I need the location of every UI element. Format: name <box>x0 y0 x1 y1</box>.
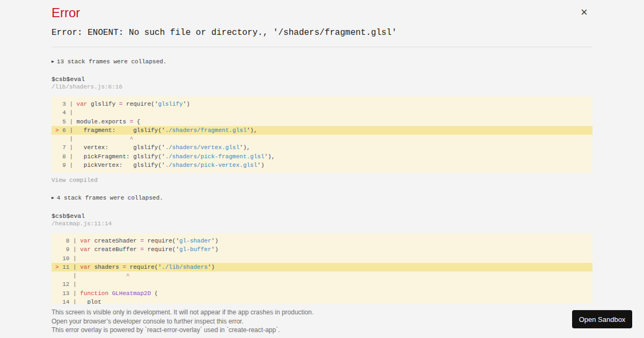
code-frame: 3 | var glslify = require('glslify') 4 |… <box>52 97 592 173</box>
frame-function-name: $csb$eval <box>52 212 85 219</box>
divider <box>52 47 592 47</box>
code-frame: 8 | var createShader = require('gl-shade… <box>52 233 592 310</box>
collapsed-label: 13 stack frames were collapsed. <box>57 58 167 65</box>
page-title: Error <box>52 5 80 20</box>
close-icon[interactable]: × <box>577 5 591 19</box>
footer-line: This error overlay is powered by `react-… <box>52 326 313 335</box>
error-message: Error: ENOENT: No such file or directory… <box>52 28 397 38</box>
footer-line: Open your browser’s developer console to… <box>52 317 313 326</box>
view-compiled-link[interactable]: View compiled <box>52 177 98 183</box>
footer-line: This screen is visible only in developme… <box>52 308 313 317</box>
frame-file-location[interactable]: /lib/shaders.js:6:16 <box>52 84 122 90</box>
frame-file-location[interactable]: /heatmap.js:11:14 <box>52 221 112 227</box>
collapse-arrow-icon: ▶ <box>52 59 54 64</box>
frame-function-name: $csb$eval <box>52 76 85 83</box>
error-overlay: Error × Error: ENOENT: No such file or d… <box>0 0 644 338</box>
stack-frames-toggle-1[interactable]: ▶13 stack frames were collapsed. <box>52 58 166 65</box>
collapsed-label: 4 stack frames were collapsed. <box>57 195 163 201</box>
stack-frames-toggle-2[interactable]: ▶4 stack frames were collapsed. <box>52 195 163 201</box>
open-sandbox-button[interactable]: Open Sandbox <box>572 310 632 328</box>
collapse-arrow-icon: ▶ <box>52 195 54 200</box>
footer-note: This screen is visible only in developme… <box>52 308 313 335</box>
dev-footer: This screen is visible only in developme… <box>0 304 644 338</box>
